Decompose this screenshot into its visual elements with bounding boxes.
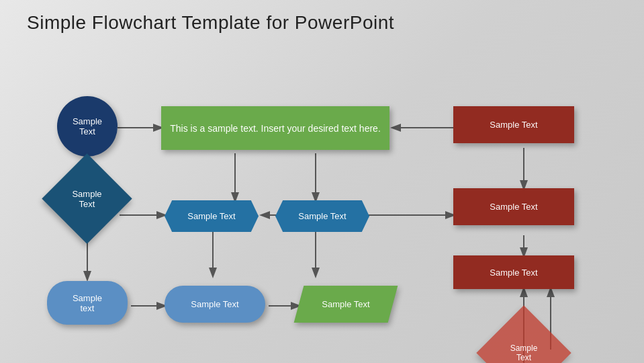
- mid-center-rect: Sample Text: [275, 200, 369, 232]
- red-mid-rect: Sample Text: [453, 188, 574, 225]
- green-wide-label: This is a sample text. Insert your desir…: [167, 120, 384, 137]
- green-wide-rect: This is a sample text. Insert your desir…: [161, 106, 389, 150]
- rounded-rect-label: Sample Text: [191, 299, 238, 309]
- circle-shape: Sample Text: [57, 96, 118, 157]
- diamond-top-shape: Sample Text: [55, 167, 119, 231]
- red-bot-rect: Sample Text: [453, 255, 574, 289]
- pink-diamond-label: Sample Text: [490, 319, 557, 363]
- mid-left-rect: Sample Text: [165, 200, 259, 232]
- red-top-rect: Sample Text: [453, 106, 574, 143]
- title: Simple Flowchart Template for PowerPoint: [27, 12, 394, 34]
- red-bot-label: Sample Text: [490, 268, 537, 278]
- pink-diamond-shape: Sample Text: [490, 319, 557, 363]
- rounded-rect-shape: Sample Text: [165, 286, 265, 323]
- diamond-top-label: Sample Text: [55, 167, 119, 231]
- mid-center-label: Sample Text: [298, 211, 346, 221]
- parallelogram-shape: Sample Text: [299, 286, 393, 323]
- mid-left-label: Sample Text: [187, 211, 235, 221]
- red-top-label: Sample Text: [490, 120, 537, 130]
- oval-shape: Sample text: [47, 281, 128, 325]
- circle-label: Sample Text: [73, 116, 102, 136]
- red-mid-label: Sample Text: [490, 202, 537, 212]
- oval-label: Sample text: [73, 293, 102, 313]
- parallelogram-label: Sample Text: [322, 299, 369, 309]
